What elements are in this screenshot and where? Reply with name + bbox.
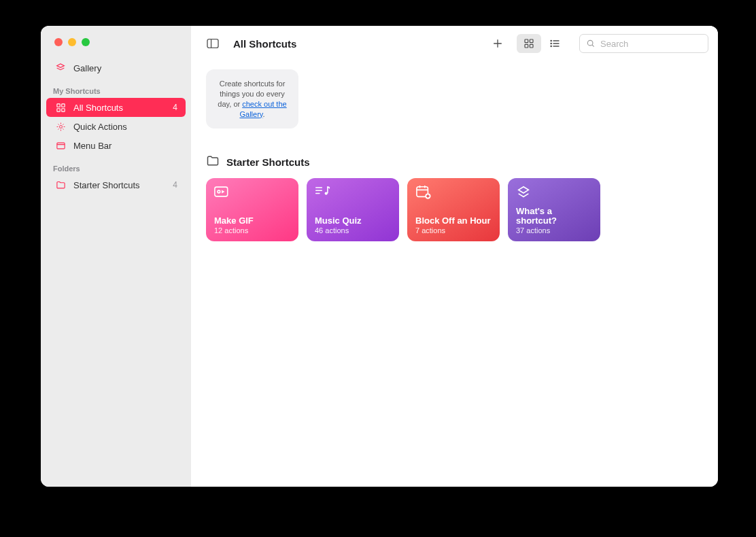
new-shortcut-button[interactable] xyxy=(485,34,510,53)
shortcut-card-music-quiz[interactable]: Music Quiz 46 actions xyxy=(307,178,399,241)
search-input[interactable] xyxy=(579,34,708,53)
sidebar-item-label: Quick Actions xyxy=(73,122,127,132)
menubar-icon xyxy=(54,141,67,151)
grid-view-button[interactable] xyxy=(517,34,541,53)
svg-point-29 xyxy=(325,192,328,195)
svg-marker-25 xyxy=(222,190,224,194)
svg-rect-3 xyxy=(61,108,64,111)
view-toggle xyxy=(517,34,567,53)
svg-point-24 xyxy=(218,190,220,193)
shortcut-title: Music Quiz xyxy=(315,216,391,226)
svg-rect-11 xyxy=(525,39,528,43)
svg-rect-1 xyxy=(61,103,64,106)
tip-tail: . xyxy=(262,110,264,118)
shortcuts-app-icon xyxy=(516,185,592,203)
sidebar-item-menu-bar[interactable]: Menu Bar xyxy=(46,136,186,155)
sidebar-item-label: Gallery xyxy=(73,63,101,73)
section-header-starter: Starter Shortcuts xyxy=(206,154,703,170)
shortcut-card-whats-a-shortcut[interactable]: What's a shortcut? 37 actions xyxy=(508,178,600,241)
svg-rect-0 xyxy=(56,103,59,106)
gif-icon xyxy=(214,185,290,203)
close-window-button[interactable] xyxy=(54,38,63,46)
tip-card: Create shortcuts for things you do every… xyxy=(206,69,298,128)
shortcut-subtitle: 12 actions xyxy=(214,226,290,235)
sidebar-item-label: All Shortcuts xyxy=(73,103,123,113)
shortcut-card-block-off-hour[interactable]: Block Off an Hour 7 actions xyxy=(407,178,500,241)
folder-icon xyxy=(54,180,67,190)
sidebar-item-label: Menu Bar xyxy=(73,141,111,151)
app-window: Gallery My Shortcuts All Shortcuts 4 Qui… xyxy=(41,26,718,487)
svg-rect-23 xyxy=(215,188,228,197)
folder-icon xyxy=(206,154,220,170)
sidebar-section-folders: Folders xyxy=(41,155,191,175)
sidebar-item-gallery[interactable]: Gallery xyxy=(46,58,186,77)
sidebar-item-label: Starter Shortcuts xyxy=(73,180,140,190)
sidebar-item-all-shortcuts[interactable]: All Shortcuts 4 xyxy=(46,98,186,117)
svg-rect-13 xyxy=(525,44,528,48)
shortcut-card-make-gif[interactable]: Make GIF 12 actions xyxy=(206,178,298,241)
window-controls xyxy=(41,38,191,58)
gear-icon xyxy=(54,122,67,132)
svg-point-4 xyxy=(59,125,62,128)
section-title: Starter Shortcuts xyxy=(226,156,310,168)
page-title: All Shortcuts xyxy=(233,38,296,50)
shortcut-title: Block Off an Hour xyxy=(415,216,492,226)
svg-rect-2 xyxy=(56,108,59,111)
svg-rect-7 xyxy=(207,39,218,48)
toolbar: All Shortcuts xyxy=(191,26,718,61)
search-field xyxy=(579,34,708,53)
svg-point-15 xyxy=(551,40,551,41)
shortcut-title: Make GIF xyxy=(214,216,290,226)
sidebar-item-count: 4 xyxy=(173,103,177,112)
sidebar: Gallery My Shortcuts All Shortcuts 4 Qui… xyxy=(41,26,191,487)
shortcut-subtitle: 37 actions xyxy=(516,226,592,235)
shortcut-title: What's a shortcut? xyxy=(516,207,592,227)
toggle-sidebar-button[interactable] xyxy=(201,34,225,53)
svg-rect-14 xyxy=(530,44,533,48)
zoom-window-button[interactable] xyxy=(82,38,90,46)
svg-point-17 xyxy=(551,43,551,44)
shortcut-subtitle: 7 actions xyxy=(415,226,492,235)
sidebar-section-my-shortcuts: My Shortcuts xyxy=(41,77,191,98)
calendar-add-icon xyxy=(415,185,492,203)
content-area: Create shortcuts for things you do every… xyxy=(191,61,718,256)
shortcut-subtitle: 46 actions xyxy=(315,226,391,235)
main-panel: All Shortcuts xyxy=(191,26,718,487)
svg-rect-12 xyxy=(530,39,533,43)
grid-icon xyxy=(54,103,67,113)
sidebar-folder-starter-shortcuts[interactable]: Starter Shortcuts 4 xyxy=(46,175,186,194)
sidebar-item-count: 4 xyxy=(173,180,177,190)
gallery-icon xyxy=(54,63,67,73)
music-list-icon xyxy=(315,185,391,203)
minimize-window-button[interactable] xyxy=(68,38,76,46)
list-view-button[interactable] xyxy=(543,34,567,53)
svg-point-19 xyxy=(551,46,551,46)
svg-rect-5 xyxy=(56,143,64,149)
shortcut-grid: Make GIF 12 actions Music Quiz xyxy=(206,178,703,241)
sidebar-item-quick-actions[interactable]: Quick Actions xyxy=(46,117,186,136)
